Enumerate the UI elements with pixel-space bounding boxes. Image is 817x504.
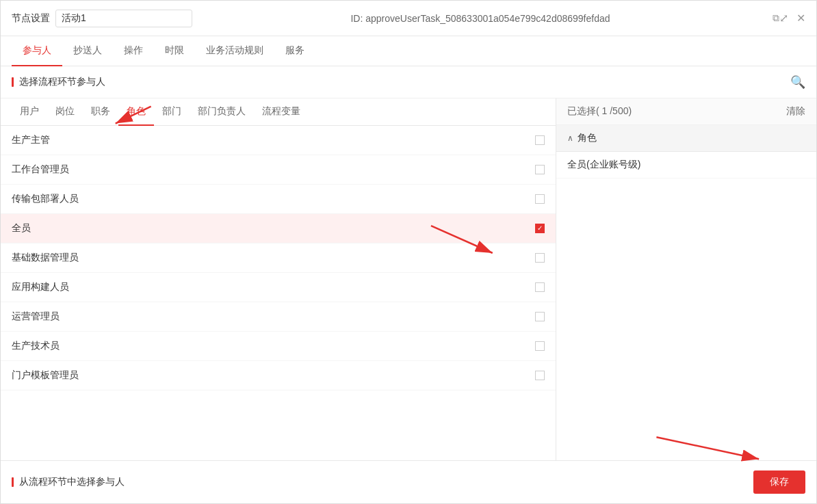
list-item-selected[interactable]: 全员 [1, 214, 556, 243]
list-item[interactable]: 门户模板管理员 [1, 361, 556, 390]
right-list: 全员(企业账号级) [556, 152, 816, 460]
tab-timelimit[interactable]: 时限 [154, 36, 195, 66]
list-item[interactable]: 生产技术员 [1, 332, 556, 361]
sub-tab-role[interactable]: 角色 [118, 98, 154, 126]
list-item-text: 门户模板管理员 [12, 369, 79, 382]
section-header: 选择流程环节参与人 🔍 [1, 66, 816, 98]
list-item[interactable]: 传输包部署人员 [1, 185, 556, 214]
checkbox-0[interactable] [535, 135, 545, 145]
close-icon[interactable]: ✕ [796, 12, 805, 25]
list-item[interactable]: 应用构建人员 [1, 273, 556, 302]
expand-icon[interactable]: ⤢ [779, 12, 788, 25]
bottom-title: 从流程环节中选择参与人 [12, 476, 125, 488]
checkbox-5[interactable] [535, 282, 545, 292]
list-item[interactable]: 基础数据管理员 [1, 243, 556, 273]
sub-tab-position[interactable]: 岗位 [47, 98, 83, 126]
tabs-bar: 参与人 抄送人 操作 时限 业务活动规则 服务 [1, 36, 816, 66]
role-list[interactable]: 生产主管 工作台管理员 传输包部署人员 全员 [1, 126, 556, 460]
node-settings-label: 节点设置 [12, 12, 50, 25]
list-item-text: 生产技术员 [12, 340, 60, 352]
checkbox-8[interactable] [535, 371, 545, 380]
list-item-text: 传输包部署人员 [12, 193, 79, 205]
tab-services[interactable]: 服务 [274, 36, 315, 66]
sub-tab-user[interactable]: 用户 [12, 98, 47, 126]
checkbox-3[interactable] [535, 224, 545, 233]
list-item-text: 生产主管 [12, 134, 50, 146]
chevron-icon: ∧ [567, 133, 573, 143]
right-panel: 已选择( 1 /500) 清除 ∧ 角色 全员(企业账号级) [556, 98, 816, 460]
list-item-text: 全员 [12, 222, 31, 235]
right-section-label: 角色 [578, 132, 597, 144]
list-item[interactable]: 生产主管 [1, 126, 556, 155]
tab-participants[interactable]: 参与人 [12, 36, 62, 66]
sub-tab-dept-head[interactable]: 部门负责人 [190, 98, 254, 126]
tab-business-rules[interactable]: 业务活动规则 [195, 36, 274, 66]
sub-tabs: 用户 岗位 职务 角色 部门 部门负责人 流程变量 [1, 98, 556, 126]
main-content: 选择流程环节参与人 🔍 用户 岗位 职务 角色 部门 部门负责人 流程变量 [1, 66, 816, 503]
header-actions: ⤢ ✕ [779, 12, 805, 25]
tab-cc[interactable]: 抄送人 [62, 36, 113, 66]
tab-operations[interactable]: 操作 [113, 36, 154, 66]
selected-count: 已选择( 1 /500) [567, 105, 632, 118]
activity-name-input[interactable] [55, 10, 192, 27]
list-item[interactable]: 工作台管理员 [1, 155, 556, 185]
list-item-text: 应用构建人员 [12, 281, 69, 293]
checkbox-7[interactable] [535, 341, 545, 351]
modal-container: 节点设置 ID: approveUserTask_508633001a054e7… [0, 0, 817, 504]
left-panel: 用户 岗位 职务 角色 部门 部门负责人 流程变量 生产主管 工作台管理员 [1, 98, 556, 460]
right-section-header: ∧ 角色 [556, 125, 816, 152]
list-item-text: 工作台管理员 [12, 163, 69, 176]
checkbox-2[interactable] [535, 194, 545, 204]
list-item-text: 运营管理员 [12, 310, 60, 323]
panel-layout: 用户 岗位 职务 角色 部门 部门负责人 流程变量 生产主管 工作台管理员 [1, 98, 816, 460]
save-button[interactable]: 保存 [753, 470, 805, 494]
copy-icon[interactable]: ⧉ [773, 12, 779, 24]
list-item[interactable]: 运营管理员 [1, 302, 556, 332]
bottom-section: 从流程环节中选择参与人 保存 [1, 460, 816, 503]
sub-tab-duty[interactable]: 职务 [83, 98, 118, 126]
right-section-title: ∧ 角色 [567, 132, 597, 144]
sub-tab-dept[interactable]: 部门 [154, 98, 190, 126]
section-title: 选择流程环节参与人 [12, 76, 105, 88]
checkbox-6[interactable] [535, 312, 545, 321]
selected-item: 全员(企业账号级) [556, 152, 816, 178]
right-panel-header: 已选择( 1 /500) 清除 [556, 98, 816, 125]
modal-header: 节点设置 ID: approveUserTask_508633001a054e7… [1, 1, 816, 36]
clear-button[interactable]: 清除 [786, 105, 805, 118]
sub-tab-flow-var[interactable]: 流程变量 [254, 98, 309, 126]
checkbox-4[interactable] [535, 253, 545, 263]
list-item-text: 基础数据管理员 [12, 252, 79, 264]
search-button[interactable]: 🔍 [790, 75, 805, 90]
node-id-text: ID: approveUserTask_508633001a054e799c42… [192, 13, 768, 24]
checkbox-1[interactable] [535, 165, 545, 174]
